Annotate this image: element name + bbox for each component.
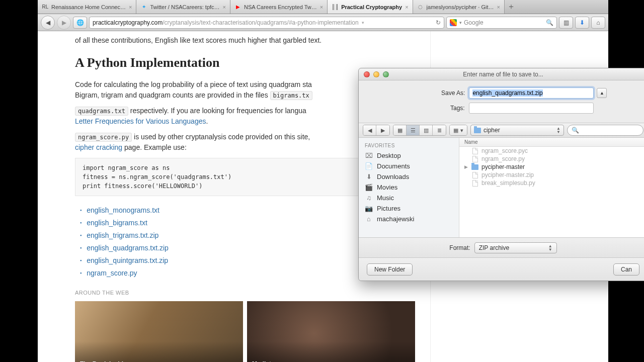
- library-button[interactable]: ▥: [559, 17, 573, 29]
- file-row[interactable]: break_simplesub.py: [459, 179, 644, 187]
- globe-icon[interactable]: 🌐: [73, 17, 87, 29]
- tags-label: Tags:: [450, 105, 465, 112]
- file-row[interactable]: ▶pycipher-master: [459, 163, 644, 171]
- dialog-toolbar: ◀ ▶ ▦ ☰ ▥ ≣ ▦ ▾ cipher ▲▼ 🔍: [359, 123, 644, 138]
- finder-search[interactable]: 🔍: [567, 125, 643, 136]
- dl-trigrams[interactable]: english_trigrams.txt.zip: [87, 231, 158, 239]
- file-row[interactable]: ngram_score.py: [459, 155, 644, 163]
- link-cipher-cracking[interactable]: cipher cracking: [75, 143, 122, 151]
- favicon-rl: RL: [42, 4, 49, 11]
- documents-icon: 📄: [365, 163, 373, 170]
- cancel-button[interactable]: Can: [613, 263, 639, 276]
- sidebar-item-music[interactable]: ♫Music: [359, 193, 459, 203]
- favorites-sidebar: FAVORITES ⌧Desktop 📄Documents ⬇Downloads…: [359, 138, 459, 237]
- back-button[interactable]: ◀: [41, 16, 55, 30]
- new-tab-button[interactable]: ＋: [505, 0, 518, 14]
- view-mode-segment: ▦ ☰ ▥ ≣: [393, 125, 446, 136]
- folder-icon: [471, 164, 478, 170]
- downloads-icon: ⬇: [365, 173, 373, 180]
- code-bigrams: bigrams.tx: [270, 91, 312, 100]
- google-icon: [450, 19, 457, 26]
- link-letter-freq[interactable]: Letter Frequencies for Various Languages: [75, 117, 206, 125]
- finder-forward-button[interactable]: ▶: [376, 125, 389, 135]
- icon-view-button[interactable]: ▦: [393, 125, 407, 135]
- promo-card-2[interactable]: Mydiet5 Foods You Should Never Eat: [247, 301, 415, 363]
- sidebar-item-desktop[interactable]: ⌧Desktop: [359, 150, 459, 161]
- file-row[interactable]: pycipher-master.zip: [459, 171, 644, 179]
- finder-back-button[interactable]: ◀: [363, 125, 376, 135]
- minimize-window-icon[interactable]: [373, 71, 379, 77]
- dl-bigrams[interactable]: english_bigrams.txt: [87, 219, 147, 227]
- close-icon[interactable]: ×: [497, 4, 500, 10]
- close-icon[interactable]: ×: [405, 4, 408, 10]
- search-icon: 🔍: [572, 127, 579, 134]
- tab-renaissance[interactable]: RLRenaissance Home Connec…×: [38, 0, 136, 14]
- list-view-button[interactable]: ☰: [407, 125, 420, 135]
- save-dialog: Enter name of file to save to... Save As…: [358, 68, 644, 281]
- favorites-header: FAVORITES: [359, 141, 459, 150]
- expand-toggle[interactable]: ▲: [597, 88, 607, 98]
- promo-card-1[interactable]: The Book InsiderBook Lovers: The One Web…: [75, 301, 243, 363]
- tab-youtube[interactable]: ▶NSA Careers Encrypted Tw…×: [230, 0, 328, 14]
- arrange-button[interactable]: ▦ ▾: [450, 125, 467, 135]
- forward-button[interactable]: ▶: [57, 16, 71, 30]
- desktop-icon: ⌧: [365, 152, 373, 159]
- music-icon: ♫: [365, 195, 373, 202]
- reload-icon[interactable]: ↻: [436, 19, 441, 26]
- dl-quintgrams[interactable]: english_quintgrams.txt.zip: [87, 256, 168, 264]
- tab-twitter[interactable]: ✦Twitter / NSACareers: tpfc…×: [136, 0, 230, 14]
- dialog-titlebar[interactable]: Enter name of file to save to...: [359, 68, 644, 80]
- code-ngram: ngram_score.py: [75, 133, 132, 142]
- sidebar-item-home[interactable]: ⌂machajewski: [359, 214, 459, 224]
- favicon-twitter: ✦: [140, 4, 147, 11]
- document-icon: [472, 156, 478, 162]
- coverflow-view-button[interactable]: ≣: [433, 125, 446, 135]
- search-bar[interactable]: ▾ Google 🔍: [446, 17, 557, 29]
- format-label: Format:: [449, 244, 470, 251]
- favicon-pc: ║║: [332, 4, 339, 11]
- new-folder-button[interactable]: New Folder: [367, 263, 413, 276]
- downloads-button[interactable]: ⬇: [575, 17, 589, 29]
- file-row[interactable]: ngram_score.pyc: [459, 147, 644, 155]
- dialog-title: Enter name of file to save to...: [359, 71, 644, 78]
- zoom-window-icon[interactable]: [383, 71, 389, 77]
- home-icon: ⌂: [365, 216, 373, 223]
- tags-input[interactable]: [469, 103, 594, 114]
- close-icon[interactable]: ×: [129, 4, 132, 10]
- column-view-button[interactable]: ▥: [420, 125, 433, 135]
- dl-ngram-score[interactable]: ngram_score.py: [87, 269, 137, 277]
- dropdown-icon[interactable]: ▾: [362, 20, 364, 25]
- stepper-icon: ▲▼: [556, 127, 560, 134]
- disclosure-icon[interactable]: ▶: [464, 164, 469, 169]
- sidebar-item-documents[interactable]: 📄Documents: [359, 161, 459, 171]
- movies-icon: 🎬: [365, 184, 373, 191]
- sidebar-item-pictures[interactable]: 📷Pictures: [359, 203, 459, 214]
- name-column-header[interactable]: Name: [459, 138, 644, 147]
- url-bar[interactable]: practicalcryptography.com/cryptanalysis/…: [89, 17, 444, 29]
- dl-monograms[interactable]: english_monograms.txt: [87, 206, 159, 214]
- search-icon[interactable]: 🔍: [546, 19, 553, 26]
- stepper-icon: ▲▼: [548, 244, 552, 251]
- dropdown-icon[interactable]: ▾: [459, 20, 462, 25]
- document-icon: [472, 148, 478, 154]
- arrange-segment: ▦ ▾: [449, 125, 467, 136]
- sidebar-item-movies[interactable]: 🎬Movies: [359, 182, 459, 193]
- nav-back-forward: ◀ ▶: [363, 125, 390, 136]
- tab-practical-crypto[interactable]: ║║Practical Cryptography×: [328, 0, 413, 14]
- home-button[interactable]: ⌂: [591, 17, 605, 29]
- favicon-github: ◌: [417, 4, 424, 11]
- saveas-input[interactable]: [469, 87, 594, 99]
- code-quadgrams: quadgrams.txt: [75, 107, 128, 116]
- file-list: Name ngram_score.pyc ngram_score.py ▶pyc…: [459, 138, 644, 237]
- sidebar-item-downloads[interactable]: ⬇Downloads: [359, 171, 459, 182]
- format-dropdown[interactable]: ZIP archive ▲▼: [474, 242, 557, 253]
- nav-toolbar: ◀ ▶ 🌐 practicalcryptography.com/cryptana…: [38, 14, 608, 31]
- close-icon[interactable]: ×: [320, 4, 323, 10]
- saveas-label: Save As:: [441, 89, 465, 97]
- close-window-icon[interactable]: [364, 71, 370, 77]
- document-icon: [472, 172, 478, 178]
- dl-quadgrams[interactable]: english_quadgrams.txt.zip: [87, 244, 169, 252]
- close-icon[interactable]: ×: [223, 4, 226, 10]
- tab-github[interactable]: ◌jameslyons/pycipher · Git…×: [413, 0, 505, 14]
- folder-dropdown[interactable]: cipher ▲▼: [470, 125, 564, 136]
